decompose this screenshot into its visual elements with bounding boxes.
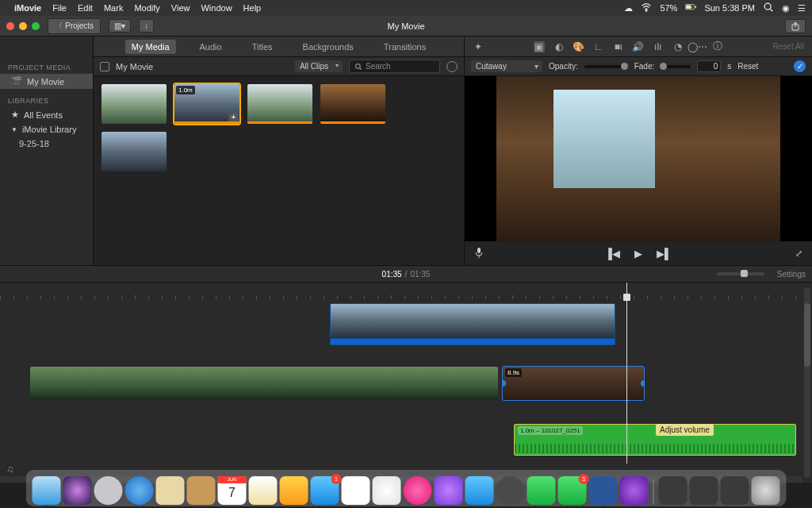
menu-mark[interactable]: Mark bbox=[104, 3, 123, 13]
dock-facetime[interactable] bbox=[527, 476, 556, 505]
dock-reminders[interactable] bbox=[280, 476, 308, 505]
fade-value[interactable]: 0 bbox=[697, 60, 721, 72]
color-correct-icon[interactable]: 🎨 bbox=[573, 41, 584, 52]
noise-icon[interactable]: ılı bbox=[653, 41, 664, 52]
dock-launchpad[interactable] bbox=[94, 476, 123, 505]
clip-thumb[interactable] bbox=[102, 84, 167, 124]
clip-thumb[interactable] bbox=[102, 132, 167, 171]
overlay-icon[interactable]: ▣ bbox=[534, 41, 545, 52]
info-icon[interactable]: ⓘ bbox=[712, 41, 723, 52]
dock-maps[interactable] bbox=[342, 476, 370, 505]
color-balance-icon[interactable]: ◐ bbox=[553, 41, 565, 52]
timeline-ruler[interactable] bbox=[0, 295, 802, 300]
wifi-icon[interactable] bbox=[641, 2, 652, 14]
sidebar-item-movie[interactable]: 🎬 My Movie bbox=[0, 74, 93, 89]
dock-notes[interactable] bbox=[249, 476, 278, 505]
timeline-clip-selected[interactable]: 8.9s bbox=[503, 367, 644, 400]
spotlight-icon[interactable] bbox=[763, 2, 774, 14]
clip-thumb[interactable] bbox=[247, 84, 312, 124]
fullscreen-button[interactable]: ⤢ bbox=[795, 248, 802, 259]
reset-all-button[interactable]: Reset All bbox=[773, 41, 804, 52]
select-toggle[interactable] bbox=[100, 62, 109, 71]
search-input[interactable]: Search bbox=[349, 60, 440, 73]
menu-edit[interactable]: Edit bbox=[78, 3, 93, 13]
dock-photos[interactable] bbox=[373, 476, 401, 505]
sidebar-item-library[interactable]: ▼ iMovie Library bbox=[0, 122, 93, 137]
menu-file[interactable]: File bbox=[52, 3, 67, 13]
tab-audio[interactable]: Audio bbox=[193, 40, 228, 54]
menu-app[interactable]: iMovie bbox=[14, 3, 41, 13]
zoom-button[interactable] bbox=[32, 22, 40, 30]
speed-icon[interactable]: ◔ bbox=[672, 41, 684, 52]
clip-thumb[interactable]: 1.0m + bbox=[174, 84, 239, 124]
import-button[interactable]: ↓ bbox=[139, 19, 154, 33]
dock-imovie[interactable] bbox=[620, 476, 649, 505]
timeline-clip[interactable] bbox=[30, 367, 498, 400]
music-well-icon[interactable]: ♫ bbox=[6, 464, 13, 475]
siri-icon[interactable]: ◉ bbox=[782, 3, 790, 13]
dock-folder[interactable] bbox=[659, 476, 688, 505]
next-button[interactable]: ▶▌ bbox=[657, 248, 672, 260]
menu-view[interactable]: View bbox=[171, 3, 190, 13]
battery-icon[interactable]: ⚡ bbox=[685, 2, 696, 14]
minimize-button[interactable] bbox=[19, 22, 27, 30]
dock-mail[interactable]: 1 bbox=[311, 476, 339, 505]
clip-thumb[interactable] bbox=[320, 84, 385, 124]
layout-button[interactable]: ▥▾ bbox=[109, 19, 131, 33]
overlay-audio-strip[interactable] bbox=[330, 339, 615, 345]
fade-slider[interactable] bbox=[661, 65, 691, 68]
reset-button[interactable]: Reset bbox=[737, 62, 758, 71]
timeline-scrollbar[interactable] bbox=[804, 287, 810, 478]
scrollbar-thumb[interactable] bbox=[804, 303, 810, 367]
dock-podcasts[interactable] bbox=[435, 476, 463, 505]
dock-siri[interactable] bbox=[63, 476, 92, 505]
clips-filter-dropdown[interactable]: All Clips bbox=[295, 60, 343, 72]
detached-audio-clip[interactable]: 1.0m – 101027_0251 Adjust volume bbox=[514, 424, 796, 456]
stabilize-icon[interactable]: ■ι bbox=[613, 41, 624, 52]
dock-music[interactable] bbox=[404, 476, 432, 505]
crop-icon[interactable]: ∟ bbox=[593, 41, 604, 52]
prev-button[interactable]: ▐◀ bbox=[605, 248, 620, 260]
dock-appstore[interactable] bbox=[465, 476, 494, 505]
play-button[interactable]: ▶ bbox=[634, 248, 642, 260]
notification-icon[interactable]: ☰ bbox=[798, 3, 806, 13]
audio-waveform[interactable] bbox=[515, 444, 795, 453]
share-button[interactable] bbox=[785, 19, 806, 33]
tab-transitions[interactable]: Transitions bbox=[377, 40, 432, 54]
tab-titles[interactable]: Titles bbox=[246, 40, 279, 54]
projects-back-button[interactable]: 〈 Projects bbox=[48, 18, 101, 34]
dock-messages[interactable]: 3 bbox=[558, 476, 587, 505]
volume-icon[interactable]: 🔊 bbox=[633, 41, 644, 52]
preview-viewport[interactable] bbox=[465, 76, 812, 241]
dock-notes-alt[interactable] bbox=[187, 476, 216, 505]
tab-backgrounds[interactable]: Backgrounds bbox=[297, 40, 360, 54]
clock[interactable]: Sun 5:38 PM bbox=[704, 3, 755, 13]
timeline-settings-button[interactable]: Settings bbox=[777, 270, 806, 279]
timeline[interactable]: 8.9s 1.0m – 101027_0251 Adjust volume ♫ bbox=[0, 283, 812, 483]
filter-icon[interactable]: ◯⋯ bbox=[692, 41, 703, 52]
opacity-slider[interactable] bbox=[584, 65, 628, 68]
close-button[interactable] bbox=[6, 22, 14, 30]
voiceover-button[interactable] bbox=[474, 247, 484, 260]
dock-trash[interactable] bbox=[752, 476, 780, 505]
tab-my-media[interactable]: My Media bbox=[125, 40, 176, 54]
overlay-mode-dropdown[interactable]: Cutaway bbox=[471, 60, 542, 72]
sidebar-item-all-events[interactable]: ★ All Events bbox=[0, 107, 93, 122]
dock-finder[interactable] bbox=[33, 476, 61, 505]
dock-word[interactable] bbox=[589, 476, 618, 505]
magic-wand-icon[interactable]: ✦ bbox=[473, 41, 484, 52]
trim-handle-right[interactable] bbox=[641, 380, 644, 387]
dock-safari[interactable] bbox=[125, 476, 154, 505]
dock-screenshot[interactable] bbox=[721, 476, 749, 505]
menu-modify[interactable]: Modify bbox=[134, 3, 159, 13]
cloud-icon[interactable]: ☁︎ bbox=[624, 3, 633, 13]
playhead[interactable] bbox=[626, 283, 627, 464]
dock-calendar[interactable]: JUN7 bbox=[218, 476, 247, 505]
sidebar-item-event[interactable]: 9-25-18 bbox=[0, 137, 93, 151]
overlay-video-track[interactable] bbox=[330, 303, 615, 347]
primary-video-track[interactable]: 8.9s bbox=[30, 367, 653, 410]
menu-help[interactable]: Help bbox=[243, 3, 262, 13]
zoom-slider[interactable] bbox=[717, 272, 764, 275]
dock-contacts[interactable] bbox=[156, 476, 185, 505]
menu-window[interactable]: Window bbox=[201, 3, 232, 13]
